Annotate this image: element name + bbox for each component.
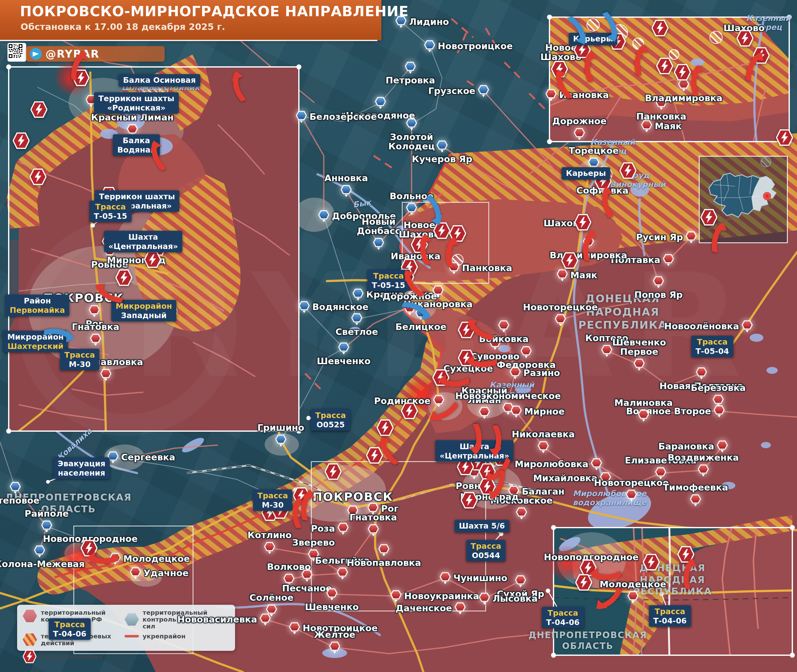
settlement-marker-ru	[479, 406, 490, 421]
settlement-marker-ru	[742, 320, 753, 335]
settlement-label: Белозёрское	[309, 112, 377, 122]
settlement-label: Петровка	[386, 76, 435, 85]
settlement-marker-ru	[634, 358, 645, 373]
settlement-marker-ru	[574, 128, 585, 142]
settlement-label: Грузское	[428, 86, 475, 96]
settlement-marker-ru	[260, 613, 271, 628]
road-label: ТрассаМ-30	[60, 349, 99, 370]
settlement-label: Владимировка	[645, 93, 723, 103]
attack-arrow	[589, 566, 622, 581]
telegram-icon	[30, 48, 42, 60]
info-box: Балка Осиновая	[118, 74, 200, 86]
settlement-marker-ru	[338, 522, 349, 537]
settlement-marker-ua	[41, 520, 52, 535]
road-label: ТрассаО0525	[311, 409, 350, 431]
ukraine-minimap	[699, 156, 787, 243]
road-label: ТрассаТ-05-15	[90, 201, 131, 222]
road-label: ТрассаТ-04-06	[649, 605, 691, 627]
settlement-marker-ru	[130, 567, 141, 582]
settlement-label: Зверево	[292, 538, 334, 547]
settlement-label: Панковка	[462, 263, 512, 273]
settlement-marker-ru	[696, 367, 707, 382]
settlement-marker-ua	[405, 61, 416, 76]
settlement-label: Чунишино	[453, 573, 507, 583]
settlement-marker-ua	[275, 434, 286, 449]
settlement-label: Лысовка	[493, 594, 538, 603]
settlement-marker-ua	[34, 545, 45, 560]
settlement-marker-ru	[511, 405, 522, 420]
clash-icon	[401, 402, 418, 421]
info-box: Эвакуациянаселения	[53, 458, 110, 479]
settlement-label: Кучеров Яр	[412, 154, 472, 164]
telegram-banner: @RYBAR	[26, 46, 165, 62]
clash-icon	[461, 491, 478, 510]
settlement-label: Березовка	[691, 383, 746, 392]
clash-icon	[30, 168, 46, 187]
settlement-marker-ua	[351, 313, 362, 328]
settlement-label: Сергеевка	[121, 453, 175, 462]
settlement-marker-ru	[638, 409, 649, 424]
road-label: ТрассаМ-30	[253, 490, 292, 511]
settlement-label: Барановка	[658, 442, 714, 451]
settlement-marker-ru	[378, 544, 389, 559]
settlement-marker-ua	[478, 85, 489, 99]
settlement-label: Красный Лиман	[91, 113, 174, 122]
settlement-marker-ua	[424, 40, 435, 55]
settlement-marker-ru	[390, 590, 402, 605]
settlement-label: Даченское	[396, 603, 452, 613]
clash-icon	[325, 462, 341, 482]
settlement-label: Шевченко	[305, 602, 358, 611]
settlement-label: Роза	[311, 524, 335, 533]
settlement-marker-ru	[326, 588, 338, 603]
settlement-marker-ru	[685, 231, 697, 246]
settlement-label: Маяк	[570, 270, 597, 280]
settlement-label: Желтое	[314, 630, 355, 639]
clash-icon	[643, 553, 660, 573]
settlement-label: Маяк	[655, 122, 682, 131]
settlement-label: Котлино	[248, 530, 292, 540]
settlement-label: Молодецкое	[123, 554, 190, 563]
settlement-marker-ua	[437, 140, 448, 155]
settlement-marker-ru	[714, 405, 725, 420]
clash-icon	[674, 63, 691, 83]
legend-swatch-fortline	[125, 635, 139, 637]
settlement-label: Светлое	[336, 327, 378, 336]
settlement-label: Балаган	[522, 487, 565, 496]
region-label: ДНЕПРОПЕТРОВСКАЯОБЛАСТЬ	[528, 630, 647, 651]
settlement-marker-ru	[89, 305, 100, 320]
settlement-marker-ua	[296, 110, 307, 125]
settlement-label: Шевченко	[317, 357, 370, 366]
settlement-label: Водянское	[312, 302, 369, 312]
settlement-label: Новоэкономическое	[455, 391, 561, 401]
settlement-label: Новопавловка	[347, 558, 421, 567]
road-label: ТрассаТ-05-04	[691, 336, 733, 357]
header-divider	[0, 40, 377, 41]
settlement-marker-ru	[100, 368, 112, 384]
settlement-label: Гнатовка	[350, 513, 397, 522]
settlement-label: Новоукраинка	[404, 591, 479, 601]
settlement-label: Воздвиженка	[668, 453, 739, 462]
attack-arrow	[488, 424, 503, 457]
attack-arrow	[689, 64, 706, 98]
settlement-marker-ru	[641, 120, 652, 135]
settlement-label: ШевченкоПервое	[612, 338, 666, 357]
settlement-marker-ru	[440, 572, 451, 587]
settlement-marker-ru	[538, 441, 549, 456]
attack-arrow	[438, 373, 471, 388]
settlement-marker-ru	[329, 641, 340, 656]
settlement-marker-ru	[555, 314, 566, 329]
settlement-label: Новотроицкое	[438, 42, 513, 51]
map-title: ПОКРОВСКО-МИРНОГРАДСКОЕ НАПРАВЛЕНИЕ	[20, 3, 381, 19]
settlement-marker-ru	[337, 567, 348, 582]
attack-arrow	[443, 236, 461, 270]
settlement-marker-ua	[395, 16, 407, 30]
attack-arrow	[583, 51, 599, 83]
road-label: ТрассаО0544	[466, 540, 506, 562]
clash-icon	[736, 29, 754, 48]
settlement-marker-ru	[510, 366, 521, 382]
settlement-label: Райполе	[25, 509, 69, 518]
clash-icon	[115, 269, 132, 288]
settlement-label: Миролюбовка	[515, 459, 588, 469]
settlement-label: Мирное	[524, 407, 565, 416]
attack-arrow	[87, 550, 120, 565]
